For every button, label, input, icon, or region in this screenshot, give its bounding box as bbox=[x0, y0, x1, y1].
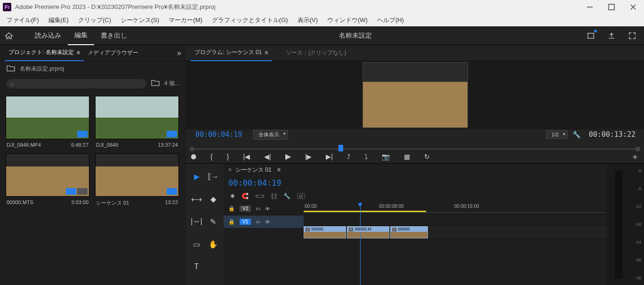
loop-button[interactable]: ↻ bbox=[424, 153, 430, 160]
tool-palette: ▶ ⟦→ ⟷ ◆ |↔| ✎ ▭ ✋ T bbox=[186, 164, 224, 285]
window-title: Adobe Premiere Pro 2023 - D:¥20230207Pre… bbox=[15, 3, 216, 11]
lock-icon[interactable]: 🔒 bbox=[228, 206, 235, 212]
button-editor-button[interactable]: ＋ bbox=[631, 151, 639, 162]
timeline-playhead[interactable] bbox=[360, 202, 361, 285]
menu-clip[interactable]: クリップ(C) bbox=[73, 16, 116, 24]
toggle-output-icon[interactable]: 👁 bbox=[265, 206, 270, 212]
track-header-v1[interactable]: 🔒 V1 ▭ 👁 bbox=[224, 215, 304, 229]
workspace-bar: 読み込み 編集 書き出し 名称未設定 bbox=[0, 26, 644, 45]
razor-tool[interactable]: ◆ bbox=[206, 192, 220, 206]
program-current-timecode[interactable]: 00:00:04:19 bbox=[191, 130, 247, 139]
sync-lock-icon[interactable]: ▭ bbox=[256, 206, 260, 212]
timeline-clip[interactable]: fx 00000 bbox=[390, 226, 428, 238]
close-sequence-button[interactable]: × bbox=[228, 166, 232, 173]
work-area-bar[interactable] bbox=[304, 211, 426, 212]
timeline-clip[interactable]: fx 00000.M bbox=[347, 226, 389, 238]
clip-label: 00000.M bbox=[354, 227, 371, 232]
project-item-name: DJI_0848.MP4 bbox=[7, 142, 41, 148]
go-to-in-button[interactable]: |◀ bbox=[243, 153, 250, 160]
linked-selection-button[interactable]: ⊂⊃ bbox=[255, 193, 265, 199]
snap-button[interactable]: 🧲 bbox=[242, 193, 249, 199]
export-frame-button[interactable]: 📷 bbox=[382, 153, 390, 160]
step-forward-button[interactable]: |▶ bbox=[305, 153, 312, 160]
timeline-settings-button[interactable]: 🔧 bbox=[283, 193, 290, 199]
add-marker-button[interactable]: ⬣ bbox=[191, 153, 196, 160]
panel-overflow-button[interactable]: » bbox=[177, 49, 181, 57]
clip-label: 00000. bbox=[311, 227, 324, 232]
menu-graphics[interactable]: グラフィックとタイトル(G) bbox=[207, 16, 293, 24]
track-v1-lane[interactable]: fx 00000. fx 00000.M bbox=[304, 226, 606, 239]
fullscreen-button[interactable] bbox=[625, 29, 639, 43]
comparison-view-button[interactable]: ▦ bbox=[404, 153, 410, 160]
project-item-duration: 13:37:24 bbox=[158, 142, 178, 148]
project-item-duration: 3:03:00 bbox=[71, 199, 89, 205]
fx-badge-icon: fx bbox=[349, 228, 353, 231]
timeline-ruler[interactable]: :00:00 00:00:08:00 00:00:16:00 bbox=[304, 202, 606, 213]
share-button[interactable] bbox=[604, 29, 619, 43]
fx-badge-icon: fx bbox=[306, 228, 310, 231]
close-button[interactable] bbox=[622, 0, 644, 14]
menu-sequence[interactable]: シーケンス(S) bbox=[116, 16, 164, 24]
project-panel-tab[interactable]: プロジェクト: 名称未設定 ≡ bbox=[5, 45, 84, 61]
project-item[interactable]: DJI_0848.MP46:48:27 bbox=[6, 96, 89, 148]
sequence-name[interactable]: シーケンス 01 bbox=[235, 166, 272, 174]
titlebar: Pr Adobe Premiere Pro 2023 - D:¥20230207… bbox=[0, 0, 644, 14]
track-v2-lane[interactable] bbox=[304, 213, 606, 226]
go-to-out-button[interactable]: ▶| bbox=[326, 153, 333, 160]
selection-tool[interactable]: ▶ bbox=[190, 169, 203, 183]
menu-window[interactable]: ウィンドウ(W) bbox=[322, 16, 372, 24]
mark-out-button[interactable]: } bbox=[227, 153, 229, 160]
sync-lock-icon[interactable]: ▭ bbox=[256, 219, 260, 225]
meter-tick: -18 bbox=[635, 222, 641, 227]
toggle-output-icon[interactable]: 👁 bbox=[265, 219, 270, 225]
rectangle-tool[interactable]: ▭ bbox=[190, 237, 203, 251]
program-monitor-tab[interactable]: プログラム: シーケンス 01 ≡ bbox=[191, 45, 272, 61]
minimize-button[interactable] bbox=[579, 0, 601, 14]
lift-button[interactable]: ⤴ bbox=[347, 153, 350, 160]
media-browser-tab[interactable]: メディアブラウザー bbox=[84, 45, 142, 61]
menu-edit[interactable]: 編集(E) bbox=[44, 16, 73, 24]
mark-in-button[interactable]: { bbox=[210, 153, 213, 160]
fx-badge-icon: fx bbox=[392, 228, 396, 231]
settings-button[interactable]: 🔧 bbox=[572, 131, 580, 138]
project-thumbnails: DJI_0848.MP46:48:27 DJI_084813:37:24 000… bbox=[0, 93, 186, 209]
project-item[interactable]: シーケンス 0113:22 bbox=[95, 153, 179, 206]
menu-file[interactable]: ファイル(F) bbox=[2, 16, 44, 24]
project-item[interactable]: 00000.MTS3:03:00 bbox=[6, 153, 89, 206]
workspace-edit[interactable]: 編集 bbox=[68, 26, 94, 45]
program-monitor[interactable] bbox=[186, 61, 644, 129]
hand-tool[interactable]: ✋ bbox=[206, 237, 220, 251]
project-search-input[interactable]: ⌕ bbox=[7, 79, 146, 88]
slip-tool[interactable]: |↔| bbox=[190, 214, 203, 229]
menu-marker[interactable]: マーカー(M) bbox=[164, 16, 207, 24]
track-select-tool[interactable]: ⟦→ bbox=[206, 169, 220, 183]
source-label: ソース：(クリップなし) bbox=[286, 49, 346, 57]
lock-icon[interactable]: 🔒 bbox=[228, 219, 235, 225]
menu-help[interactable]: ヘルプ(H) bbox=[372, 16, 409, 24]
type-tool[interactable]: T bbox=[190, 260, 203, 274]
timeline-timecode[interactable]: 00:00:04:19 bbox=[228, 178, 282, 188]
menu-view[interactable]: 表示(V) bbox=[293, 16, 322, 24]
workspace-import[interactable]: 読み込み bbox=[28, 26, 68, 45]
markers-button[interactable]: ⟦⟧ bbox=[271, 193, 277, 199]
zoom-dropdown[interactable]: 全体表示 bbox=[253, 130, 288, 140]
ripple-edit-tool[interactable]: ⟷ bbox=[190, 192, 203, 206]
timeline-clip[interactable]: fx 00000. bbox=[304, 226, 346, 238]
extract-button[interactable]: ⤵ bbox=[364, 153, 368, 160]
pen-tool[interactable]: ✎ bbox=[206, 214, 220, 229]
program-scrubber[interactable] bbox=[191, 140, 639, 150]
program-playhead[interactable] bbox=[338, 145, 343, 151]
step-back-button[interactable]: ◀| bbox=[264, 153, 271, 160]
svg-rect-1 bbox=[588, 33, 594, 38]
home-button[interactable] bbox=[5, 32, 14, 40]
quick-export-button[interactable] bbox=[584, 29, 598, 43]
captions-button[interactable]: cc bbox=[297, 193, 305, 199]
track-header-v2[interactable]: 🔒 V2 ▭ 👁 bbox=[224, 202, 304, 215]
project-item[interactable]: DJI_084813:37:24 bbox=[95, 96, 179, 148]
resolution-dropdown[interactable]: 1/2 bbox=[546, 130, 567, 139]
play-button[interactable]: ▶ bbox=[285, 152, 291, 161]
maximize-button[interactable] bbox=[601, 0, 622, 14]
new-bin-button[interactable] bbox=[151, 79, 160, 88]
workspace-export[interactable]: 書き出し bbox=[94, 26, 134, 45]
insert-program-button[interactable]: ✱ bbox=[230, 193, 235, 199]
